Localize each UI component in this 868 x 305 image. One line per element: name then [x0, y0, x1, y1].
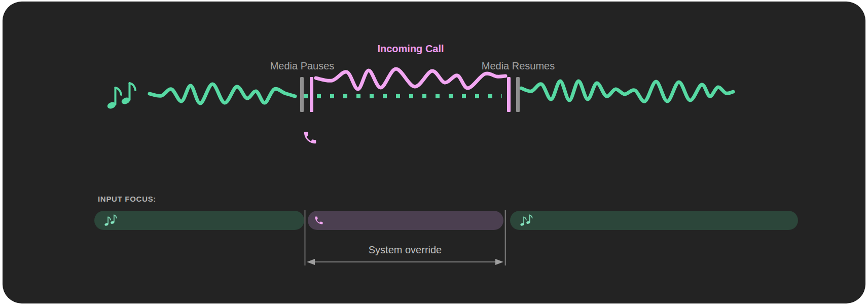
system-override-label: System override — [369, 244, 442, 256]
media-wave-before — [150, 84, 295, 103]
phone-icon — [314, 215, 324, 225]
music-notes-icon — [106, 83, 135, 110]
music-notes-icon — [103, 214, 117, 226]
phone-icon — [304, 132, 316, 143]
focus-bar-media-before — [94, 211, 304, 230]
focus-bar-media-after — [510, 211, 798, 230]
pause-marker-gray — [300, 77, 304, 112]
diagram-frame: Media Pauses Incoming Call Media Resumes… — [0, 0, 868, 305]
media-resumes-label: Media Resumes — [482, 60, 555, 72]
input-focus-heading: INPUT FOCUS: — [98, 195, 156, 204]
music-notes-icon — [519, 214, 533, 226]
override-arrow-right-head — [495, 259, 503, 265]
media-wave-after — [521, 81, 733, 101]
call-wave — [316, 69, 505, 89]
focus-bar-call-override — [308, 211, 503, 230]
override-arrow-left-head — [307, 259, 315, 265]
incoming-call-label: Incoming Call — [377, 43, 444, 55]
resume-marker-pink — [507, 77, 511, 112]
resume-marker-gray — [516, 77, 520, 112]
media-pauses-label: Media Pauses — [270, 60, 335, 72]
pause-marker-pink — [310, 77, 313, 112]
